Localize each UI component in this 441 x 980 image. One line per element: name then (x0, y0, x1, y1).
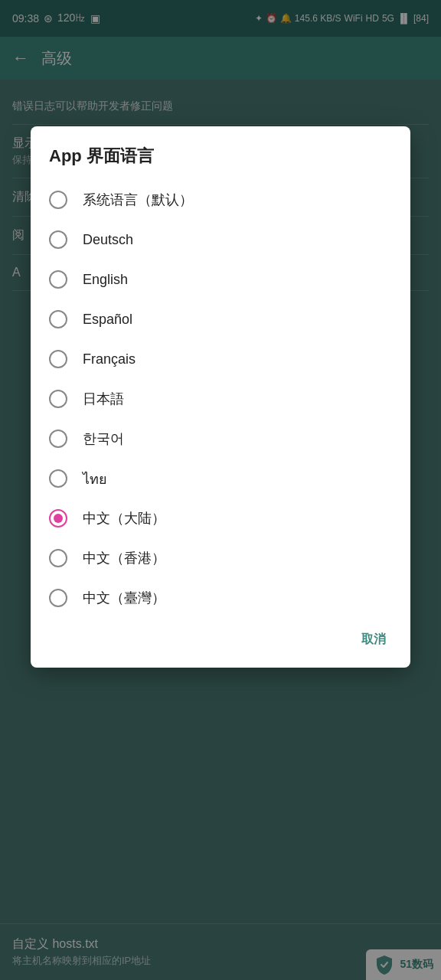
option-system-language[interactable]: 系统语言（默认） (37, 180, 404, 220)
option-espanol[interactable]: Español (37, 299, 404, 339)
radio-zh-tw (49, 589, 67, 607)
radio-thai (49, 469, 67, 488)
option-zh-cn[interactable]: 中文（大陆） (37, 498, 404, 538)
option-zh-tw[interactable]: 中文（臺灣） (37, 578, 404, 618)
radio-deutsch (49, 230, 67, 249)
radio-system (49, 191, 67, 209)
option-label-francais: Français (83, 351, 136, 368)
radio-korean (49, 430, 67, 448)
option-japanese[interactable]: 日本語 (37, 379, 404, 419)
option-thai[interactable]: ไทย (37, 459, 404, 498)
radio-zh-cn (49, 509, 67, 528)
option-english[interactable]: English (37, 260, 404, 299)
option-label-english: English (83, 272, 128, 288)
option-label-deutsch: Deutsch (83, 232, 133, 248)
language-dialog: App 界面语言 系统语言（默认） Deutsch English Españo… (31, 126, 410, 668)
radio-espanol (49, 310, 67, 328)
dialog-title: App 界面语言 (31, 126, 410, 180)
option-label-japanese: 日本語 (83, 390, 124, 408)
radio-english (49, 270, 67, 289)
option-label-zh-cn: 中文（大陆） (83, 509, 165, 528)
option-label-zh-hk: 中文（香港） (83, 549, 165, 567)
option-label-korean: 한국어 (83, 430, 124, 448)
option-korean[interactable]: 한국어 (37, 419, 404, 459)
dialog-options: 系统语言（默认） Deutsch English Español Françai… (31, 180, 410, 618)
option-label-thai: ไทย (83, 468, 107, 490)
option-francais[interactable]: Français (37, 339, 404, 379)
option-deutsch[interactable]: Deutsch (37, 220, 404, 260)
radio-japanese (49, 390, 67, 408)
option-zh-hk[interactable]: 中文（香港） (37, 538, 404, 578)
radio-zh-cn-inner (54, 514, 63, 523)
option-label-espanol: Español (83, 312, 132, 328)
option-label-system: 系统语言（默认） (83, 191, 193, 209)
cancel-button[interactable]: 取消 (349, 624, 398, 655)
radio-zh-hk (49, 549, 67, 567)
option-label-zh-tw: 中文（臺灣） (83, 589, 165, 607)
dialog-actions: 取消 (31, 618, 410, 668)
radio-francais (49, 350, 67, 368)
